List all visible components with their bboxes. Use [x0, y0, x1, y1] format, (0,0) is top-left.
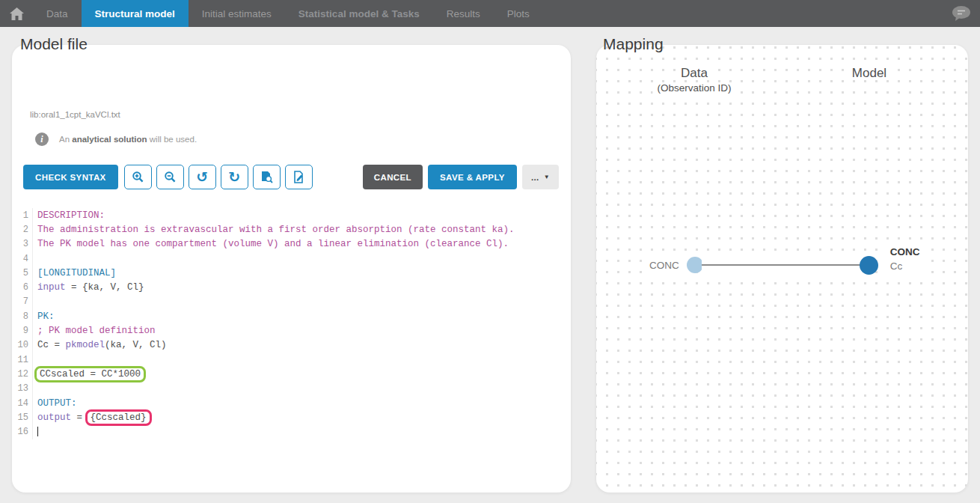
line-number: 14: [12, 396, 33, 410]
code-line-13: 13: [12, 382, 571, 396]
code-line-1: 1DESCRIPTION:: [12, 208, 571, 222]
line-number: 5: [12, 266, 33, 280]
cancel-button[interactable]: CANCEL: [363, 165, 423, 189]
line-number: 2: [12, 222, 33, 237]
line-number: 8: [12, 309, 33, 323]
file-edit-button[interactable]: [285, 165, 313, 189]
file-search-button[interactable]: [253, 165, 281, 189]
more-options-button[interactable]: ...▼: [522, 165, 559, 189]
code-line-content: [37, 427, 38, 437]
code-token: DESCRIPTION:: [37, 210, 105, 221]
editor-icon-buttons: ↺↻: [118, 165, 313, 189]
check-syntax-button[interactable]: CHECK SYNTAX: [23, 165, 118, 189]
tab-plots[interactable]: Plots: [494, 0, 543, 27]
text-cursor: [37, 427, 38, 436]
code-line-content: OUTPUT:: [37, 398, 77, 409]
code-line-content: [LONGITUDINAL]: [37, 268, 116, 278]
line-number: 16: [12, 424, 33, 439]
line-number: 15: [12, 410, 33, 424]
code-token: Cc =: [37, 340, 66, 350]
more-label: ...: [531, 173, 539, 182]
code-line-content: ; PK model definition: [37, 326, 156, 336]
code-line-7: 7: [12, 295, 571, 309]
model-code-editor[interactable]: 1DESCRIPTION:2The administration is extr…: [12, 208, 571, 493]
code-token: pkmodel: [66, 340, 105, 350]
code-line-3: 3The PK model has one compartment (volum…: [12, 237, 571, 252]
highlighted-code-red: {Ccscaled}: [85, 409, 152, 426]
code-token: = {ka, V, Cl}: [66, 282, 144, 293]
code-line-content: PK:: [37, 311, 55, 322]
model-file-title: Model file: [20, 35, 88, 53]
chat-button[interactable]: [952, 5, 971, 25]
undo-icon: ↺: [196, 170, 208, 184]
code-line-9: 9; PK model definition: [12, 323, 571, 338]
mapping-panel: Data (Observation ID) Model CONC CONC Cc: [596, 45, 968, 493]
data-subheader-label: (Observation ID): [652, 82, 735, 94]
mapping-data-header: Data (Observation ID): [652, 66, 735, 94]
code-token: output: [37, 412, 71, 423]
tab-results[interactable]: Results: [433, 0, 494, 27]
tab-statistical-model-tasks[interactable]: Statistical model & Tasks: [285, 0, 433, 27]
model-file-panel: lib:oral1_1cpt_kaVCl.txt i An analytical…: [12, 45, 571, 493]
zoom-in-button[interactable]: [124, 165, 152, 189]
home-button[interactable]: [0, 0, 33, 27]
model-output-variable: Cc: [890, 260, 920, 272]
line-number: 12: [12, 367, 33, 381]
mapping-endpoint-data[interactable]: [687, 257, 703, 273]
data-header-label: Data: [676, 66, 712, 80]
undo-button[interactable]: ↺: [189, 165, 216, 189]
line-number: 4: [12, 252, 33, 266]
mapping-connection-row: CONC CONC Cc: [642, 247, 926, 283]
code-line-10: 10Cc = pkmodel(ka, V, Cl): [12, 338, 571, 353]
mapping-endpoint-model[interactable]: [860, 256, 878, 275]
line-number: 9: [12, 323, 33, 338]
info-icon: i: [35, 132, 49, 146]
home-icon: [10, 7, 24, 20]
editor-toolbar: CHECK SYNTAX ↺↻ CANCEL SAVE & APPLY ...▼: [23, 165, 559, 189]
zoom-in-icon: [132, 171, 144, 183]
code-line-content: CCscaled = CC*1000: [37, 366, 143, 382]
code-line-content: Cc = pkmodel(ka, V, Cl): [37, 340, 167, 350]
redo-button[interactable]: ↻: [221, 165, 248, 189]
model-output-name: CONC: [890, 246, 920, 257]
info-suffix: will be used.: [147, 135, 197, 144]
code-token: The PK model has one compartment (volume…: [37, 239, 509, 249]
library-file-name: lib:oral1_1cpt_kaVCl.txt: [30, 110, 120, 119]
save-apply-button[interactable]: SAVE & APPLY: [428, 165, 517, 189]
zoom-out-button[interactable]: [156, 165, 184, 189]
app-window: DataStructural modelInitial estimatesSta…: [0, 0, 980, 503]
code-token: PK:: [37, 311, 55, 322]
info-note: i An analytical solution will be used.: [35, 132, 197, 146]
code-line-4: 4: [12, 252, 571, 266]
code-line-15: 15output = {Ccscaled}: [12, 410, 571, 424]
line-number: 6: [12, 280, 33, 294]
redo-icon: ↻: [228, 170, 240, 184]
chevron-down-icon: ▼: [544, 174, 550, 180]
tab-initial-estimates[interactable]: Initial estimates: [189, 0, 285, 27]
data-observation-label: CONC: [642, 255, 687, 275]
model-output-label: CONC Cc: [884, 245, 926, 273]
line-number: 7: [12, 295, 33, 309]
info-bold: analytical solution: [72, 135, 147, 144]
model-header-label: Model: [848, 66, 891, 80]
chat-icon: [952, 5, 971, 22]
code-token: The administration is extravascular with…: [37, 225, 515, 235]
code-token: [LONGITUDINAL]: [37, 268, 116, 278]
code-token: ; PK model definition: [37, 326, 156, 336]
code-line-content: The administration is extravascular with…: [37, 225, 515, 235]
code-token: input: [37, 282, 66, 293]
tab-data[interactable]: Data: [33, 0, 82, 27]
mapping-connection-line: [702, 257, 861, 273]
zoom-out-icon: [164, 171, 177, 183]
tab-structural-model[interactable]: Structural model: [82, 0, 189, 27]
code-line-content: DESCRIPTION:: [37, 210, 105, 221]
line-number: 10: [12, 338, 33, 353]
code-line-content: input = {ka, V, Cl}: [37, 282, 144, 293]
mapping-title: Mapping: [603, 35, 664, 53]
code-line-content: The PK model has one compartment (volume…: [37, 239, 509, 249]
file-search-icon: [260, 171, 273, 183]
line-number: 11: [12, 353, 33, 367]
code-line-8: 8PK:: [12, 309, 571, 323]
code-line-5: 5[LONGITUDINAL]: [12, 266, 571, 280]
code-line-6: 6input = {ka, V, Cl}: [12, 280, 571, 294]
